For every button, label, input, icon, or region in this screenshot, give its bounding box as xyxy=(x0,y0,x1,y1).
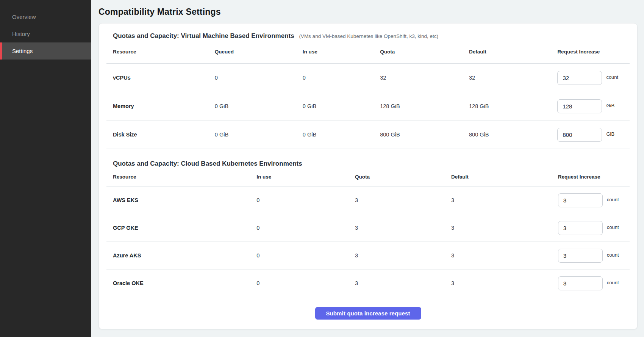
request-increase-cell: count xyxy=(557,71,630,85)
oracle-oke-request-input[interactable] xyxy=(558,276,603,290)
default-value: 32 xyxy=(469,75,557,81)
sidebar-item-label: Overview xyxy=(12,14,36,20)
sidebar-item-label: History xyxy=(12,31,30,37)
settings-card: Quotas and Capacity: Virtual Machine Bas… xyxy=(98,23,638,329)
resource-name: GCP GKE xyxy=(106,225,256,231)
default-value: 3 xyxy=(451,280,558,286)
sidebar: Overview History Settings xyxy=(0,0,91,337)
unit-label: count xyxy=(606,74,618,80)
in-use-value: 0 xyxy=(256,225,355,231)
column-header-queued: Queued xyxy=(215,49,303,55)
table-row-azure-aks: Azure AKS 0 3 3 count xyxy=(106,242,630,270)
quota-value: 3 xyxy=(355,252,451,259)
in-use-value: 0 xyxy=(256,197,355,203)
column-header-quota: Quota xyxy=(380,49,469,55)
quota-value: 3 xyxy=(355,280,451,286)
table-row-memory: Memory 0 GiB 0 GiB 128 GiB 128 GiB GiB xyxy=(106,92,630,121)
request-increase-cell: count xyxy=(558,193,630,207)
sidebar-item-label: Settings xyxy=(12,48,33,54)
vm-table-header: Resource Queued In use Quota Default Req… xyxy=(106,40,630,64)
section-subtitle: (VMs and VM-based Kubernetes like OpenSh… xyxy=(299,33,438,39)
column-header-resource: Resource xyxy=(106,174,256,180)
quota-value: 32 xyxy=(380,75,469,81)
request-increase-cell: count xyxy=(558,276,630,290)
queued-value: 0 GiB xyxy=(215,103,303,109)
resource-name: Memory xyxy=(106,103,215,109)
azure-aks-request-input[interactable] xyxy=(558,249,603,263)
vcpus-request-input[interactable] xyxy=(557,71,602,85)
column-header-quota: Quota xyxy=(355,174,451,180)
in-use-value: 0 GiB xyxy=(303,132,380,138)
resource-name: vCPUs xyxy=(106,75,215,81)
request-increase-cell: count xyxy=(558,221,630,235)
aws-eks-request-input[interactable] xyxy=(558,193,603,207)
default-value: 3 xyxy=(451,225,558,231)
cloud-table-header: Resource In use Quota Default Request In… xyxy=(106,168,630,187)
in-use-value: 0 xyxy=(303,75,380,81)
resource-name: Disk Size xyxy=(106,132,215,138)
default-value: 800 GiB xyxy=(469,132,557,138)
quota-value: 128 GiB xyxy=(380,103,469,109)
sidebar-item-settings[interactable]: Settings xyxy=(0,42,91,60)
request-increase-cell: count xyxy=(558,249,630,263)
default-value: 3 xyxy=(451,197,558,203)
queued-value: 0 GiB xyxy=(215,132,303,138)
request-increase-cell: GiB xyxy=(557,99,630,113)
table-row-oracle-oke: Oracle OKE 0 3 3 count xyxy=(106,270,630,297)
memory-request-input[interactable] xyxy=(557,99,602,113)
queued-value: 0 xyxy=(215,75,303,81)
unit-label: count xyxy=(607,280,619,285)
resource-name: Azure AKS xyxy=(106,252,256,259)
table-row-gcp-gke: GCP GKE 0 3 3 count xyxy=(106,214,630,242)
quota-value: 3 xyxy=(355,197,451,203)
column-header-in-use: In use xyxy=(303,49,380,55)
unit-label: count xyxy=(607,197,619,202)
default-value: 3 xyxy=(451,252,558,259)
in-use-value: 0 xyxy=(256,252,355,259)
submit-button-row: Submit quota increase request xyxy=(106,297,630,329)
in-use-value: 0 GiB xyxy=(303,103,380,109)
disk-size-request-input[interactable] xyxy=(557,128,602,142)
default-value: 128 GiB xyxy=(469,103,557,109)
resource-name: AWS EKS xyxy=(106,197,256,203)
section-title-text: Quotas and Capacity: Cloud Based Kuberne… xyxy=(113,160,302,167)
table-row-vcpus: vCPUs 0 0 32 32 count xyxy=(106,64,630,92)
unit-label: GiB xyxy=(606,103,614,108)
column-header-default: Default xyxy=(469,49,557,55)
unit-label: count xyxy=(607,224,619,230)
page-title: Compatibility Matrix Settings xyxy=(98,7,638,17)
sidebar-item-overview[interactable]: Overview xyxy=(0,8,91,25)
in-use-value: 0 xyxy=(256,280,355,286)
quota-value: 3 xyxy=(355,225,451,231)
column-header-in-use: In use xyxy=(256,174,355,180)
unit-label: count xyxy=(607,252,619,258)
unit-label: GiB xyxy=(606,131,614,137)
sidebar-item-history[interactable]: History xyxy=(0,25,91,42)
submit-quota-increase-button[interactable]: Submit quota increase request xyxy=(315,307,421,320)
table-row-aws-eks: AWS EKS 0 3 3 count xyxy=(106,187,630,214)
gcp-gke-request-input[interactable] xyxy=(558,221,603,235)
column-header-request-increase: Request Increase xyxy=(558,174,630,180)
section-title-text: Quotas and Capacity: Virtual Machine Bas… xyxy=(113,32,294,39)
quota-value: 800 GiB xyxy=(380,132,469,138)
main-content: Compatibility Matrix Settings Quotas and… xyxy=(91,0,644,337)
table-row-disk-size: Disk Size 0 GiB 0 GiB 800 GiB 800 GiB Gi… xyxy=(106,121,630,149)
column-header-resource: Resource xyxy=(106,49,215,55)
section-title-cloud: Quotas and Capacity: Cloud Based Kuberne… xyxy=(113,160,630,168)
section-title-vm: Quotas and Capacity: Virtual Machine Bas… xyxy=(113,32,630,40)
column-header-default: Default xyxy=(451,174,558,180)
resource-name: Oracle OKE xyxy=(106,280,256,286)
column-header-request-increase: Request Increase xyxy=(557,49,630,55)
request-increase-cell: GiB xyxy=(557,128,630,142)
